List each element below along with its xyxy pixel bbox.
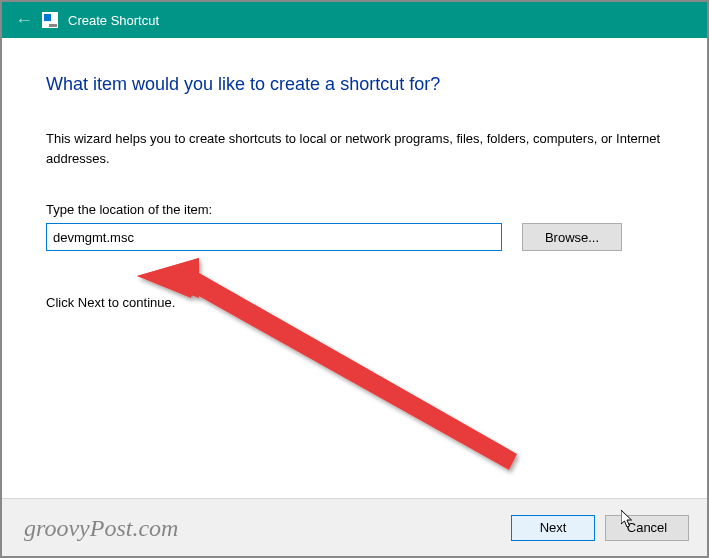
location-label: Type the location of the item:	[46, 202, 663, 217]
wizard-content: What item would you like to create a sho…	[2, 38, 707, 330]
shortcut-wizard-icon	[42, 12, 58, 28]
back-arrow-icon: ←	[10, 10, 38, 31]
next-button[interactable]: Next	[511, 515, 595, 541]
location-row: Browse...	[46, 223, 663, 251]
titlebar: ← Create Shortcut	[2, 2, 707, 38]
browse-button[interactable]: Browse...	[522, 223, 622, 251]
wizard-help-text: Click Next to continue.	[46, 295, 663, 310]
wizard-heading: What item would you like to create a sho…	[46, 74, 663, 95]
location-input[interactable]	[46, 223, 502, 251]
cancel-button[interactable]: Cancel	[605, 515, 689, 541]
wizard-footer: Next Cancel	[2, 498, 707, 556]
wizard-description: This wizard helps you to create shortcut…	[46, 129, 663, 168]
window-title: Create Shortcut	[68, 13, 159, 28]
